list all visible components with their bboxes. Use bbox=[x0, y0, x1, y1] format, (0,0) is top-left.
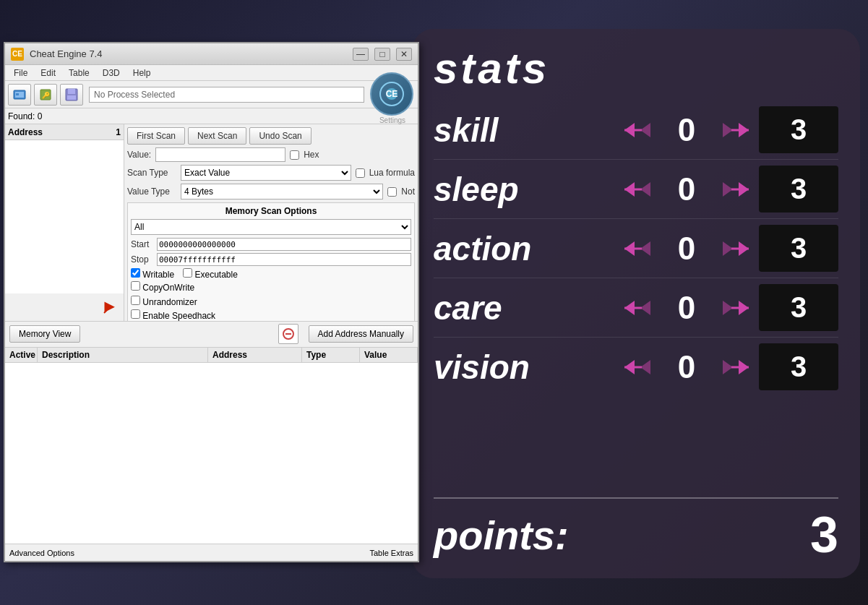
ce-address-list bbox=[5, 140, 124, 293]
settings-button[interactable]: CE Settings bbox=[370, 72, 415, 117]
memory-region-select[interactable]: All bbox=[131, 219, 411, 235]
arrow-right-sleep[interactable] bbox=[712, 179, 752, 199]
close-button[interactable]: ✕ bbox=[396, 48, 412, 61]
arrow-left-sleep[interactable] bbox=[622, 179, 661, 199]
arrow-left-action[interactable] bbox=[622, 239, 661, 259]
svg-marker-9 bbox=[723, 182, 733, 197]
value-label: Value: bbox=[127, 150, 151, 160]
start-row: Start bbox=[131, 238, 411, 251]
stop-button[interactable] bbox=[278, 324, 298, 344]
menu-file[interactable]: File bbox=[8, 66, 33, 80]
load-button[interactable]: 🔑 bbox=[34, 84, 57, 106]
svg-text:🔑: 🔑 bbox=[42, 91, 51, 100]
menu-table[interactable]: Table bbox=[63, 66, 95, 80]
arrow-left-vision[interactable] bbox=[622, 357, 661, 377]
undo-scan-button[interactable]: Undo Scan bbox=[249, 127, 311, 145]
svg-marker-8 bbox=[640, 182, 650, 197]
ce-status-bar: Advanced Options Table Extras bbox=[5, 544, 418, 561]
ce-app-icon: CE bbox=[11, 48, 24, 61]
open-process-button[interactable] bbox=[8, 84, 31, 106]
copyonwrite-checkbox[interactable] bbox=[131, 281, 140, 291]
process-bar[interactable]: No Process Selected bbox=[89, 87, 364, 103]
ce-toolbar: 🔑 No Process Selected CE Settings bbox=[5, 81, 418, 108]
scan-type-select[interactable]: Exact Value bbox=[181, 165, 351, 181]
found-bar: Found: 0 bbox=[5, 108, 418, 124]
lua-formula-checkbox[interactable] bbox=[356, 168, 365, 178]
executable-checkbox[interactable] bbox=[183, 268, 192, 278]
ce-table-area: Active Description Address Type Value bbox=[5, 347, 418, 544]
scan-type-label: Scan Type bbox=[127, 168, 176, 178]
status-right[interactable]: Table Extras bbox=[369, 549, 413, 557]
svg-marker-27 bbox=[723, 360, 733, 374]
writable-checkbox[interactable] bbox=[131, 268, 140, 278]
next-scan-button[interactable]: Next Scan bbox=[188, 127, 246, 145]
menu-help[interactable]: Help bbox=[127, 66, 157, 80]
menu-edit[interactable]: Edit bbox=[35, 66, 61, 80]
ce-titlebar: CE Cheat Engine 7.4 — □ ✕ bbox=[5, 43, 418, 65]
svg-rect-36 bbox=[68, 89, 75, 94]
value-input[interactable] bbox=[155, 147, 285, 162]
points-bar: points: 3 bbox=[434, 497, 838, 564]
arrow-right-vision[interactable] bbox=[712, 357, 752, 377]
hex-checkbox[interactable] bbox=[290, 150, 299, 160]
svg-marker-26 bbox=[640, 360, 650, 374]
arrow-left-care[interactable] bbox=[622, 298, 661, 318]
arrow-right-action[interactable] bbox=[712, 239, 752, 259]
unrandomizer-label[interactable]: Unrandomizer bbox=[131, 296, 197, 307]
stat-box-vision: 3 bbox=[759, 343, 838, 390]
arrow-right-care[interactable] bbox=[712, 298, 752, 318]
stat-controls-skill: 0 3 bbox=[622, 106, 838, 153]
ce-title: Cheat Engine 7.4 bbox=[30, 48, 347, 59]
not-label: Not bbox=[401, 186, 415, 197]
stat-name-care: care bbox=[434, 288, 578, 327]
scan-type-row: Scan Type Exact Value Lua formula bbox=[127, 165, 415, 181]
settings-label: Settings bbox=[370, 116, 415, 124]
ce-main: Address 1 First Scan Next Scan Undo Scan bbox=[5, 124, 418, 321]
stat-controls-sleep: 0 3 bbox=[622, 166, 838, 213]
value-type-select[interactable]: 4 Bytes bbox=[181, 184, 383, 199]
start-label: Start bbox=[131, 239, 154, 249]
copyonwrite-row: CopyOnWrite bbox=[131, 281, 411, 293]
stat-box-sleep: 3 bbox=[759, 166, 838, 213]
svg-marker-14 bbox=[640, 241, 650, 256]
writable-row: Writable Executable bbox=[131, 268, 411, 280]
memory-view-button[interactable]: Memory View bbox=[9, 325, 80, 343]
arrow-right-skill[interactable] bbox=[712, 120, 752, 140]
col-description: Description bbox=[38, 348, 208, 362]
save-button[interactable] bbox=[60, 84, 83, 106]
ce-menubar: File Edit Table D3D Help bbox=[5, 65, 418, 81]
svg-marker-5 bbox=[739, 123, 749, 137]
copyonwrite-label[interactable]: CopyOnWrite bbox=[131, 281, 194, 293]
maximize-button[interactable]: □ bbox=[374, 48, 390, 61]
value-type-row: Value Type 4 Bytes Not bbox=[127, 184, 415, 199]
ce-left-footer bbox=[5, 293, 124, 321]
stop-input[interactable] bbox=[157, 253, 411, 266]
first-scan-button[interactable]: First Scan bbox=[127, 127, 185, 145]
settings-icon: CE bbox=[370, 72, 413, 116]
stat-controls-action: 0 3 bbox=[622, 225, 838, 272]
arrow-left-skill[interactable] bbox=[622, 120, 661, 140]
status-left[interactable]: Advanced Options bbox=[9, 549, 74, 557]
speedhack-label[interactable]: Enable Speedhack bbox=[131, 309, 215, 321]
value-row: Value: Hex bbox=[127, 147, 415, 162]
minimize-button[interactable]: — bbox=[353, 48, 369, 61]
memory-scan-section: Memory Scan Options All Start Stop Writa… bbox=[127, 202, 415, 321]
stat-value-skill: 0 bbox=[669, 112, 705, 148]
col-value: Value bbox=[360, 348, 418, 362]
not-checkbox[interactable] bbox=[387, 187, 397, 197]
unrandomizer-checkbox[interactable] bbox=[131, 296, 140, 305]
stat-controls-vision: 0 3 bbox=[622, 343, 838, 390]
speedhack-checkbox[interactable] bbox=[131, 309, 140, 319]
svg-rect-37 bbox=[67, 95, 76, 100]
add-address-button[interactable]: Add Address Manually bbox=[309, 325, 413, 343]
writable-label[interactable]: Writable bbox=[131, 268, 174, 280]
stat-name-action: action bbox=[434, 229, 578, 268]
menu-d3d[interactable]: D3D bbox=[97, 66, 126, 80]
executable-label[interactable]: Executable bbox=[183, 268, 238, 280]
stat-row-vision: vision 0 3 bbox=[434, 338, 838, 396]
stat-value-vision: 0 bbox=[669, 349, 705, 385]
unrandomizer-row: Unrandomizer Enable Speedhack bbox=[131, 296, 411, 321]
stat-row-skill: skill 0 3 bbox=[434, 100, 838, 160]
scan-buttons-row: First Scan Next Scan Undo Scan bbox=[127, 127, 415, 145]
start-input[interactable] bbox=[157, 238, 411, 251]
